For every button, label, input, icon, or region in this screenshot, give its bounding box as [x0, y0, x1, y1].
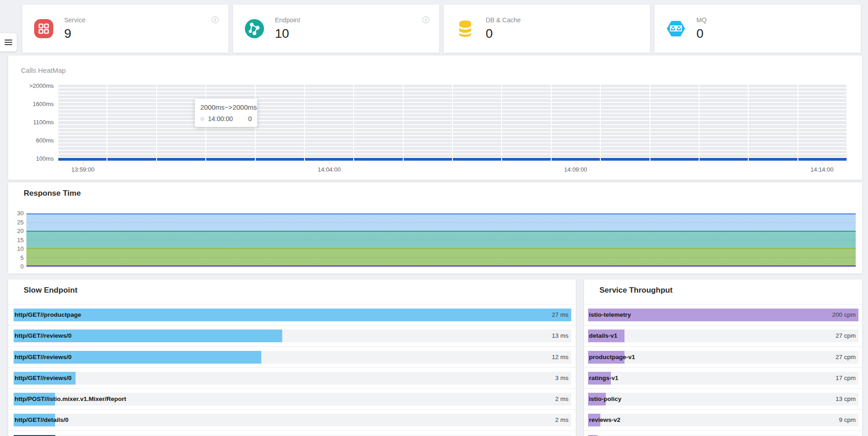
bar-row[interactable]: reviews-v29 cpm [584, 410, 862, 431]
heatmap-cell [305, 154, 353, 157]
heatmap-cell [700, 132, 748, 135]
heatmap-cell [58, 121, 107, 124]
heatmap-cell [453, 132, 501, 135]
heatmap-cell [107, 96, 156, 98]
heatmap-cell [650, 99, 699, 102]
heatmap-cell [453, 114, 501, 117]
heatmap-cell [305, 129, 353, 132]
heatmap-cell [256, 132, 304, 135]
heatmap-cell [749, 117, 797, 120]
heatmap-cell [601, 136, 649, 139]
heatmap-cell [552, 99, 600, 102]
heatmap-cell [749, 129, 797, 132]
heatmap-cell [58, 154, 107, 157]
heatmap-cell [453, 96, 501, 98]
heatmap-cell [256, 99, 304, 102]
info-icon[interactable]: i [422, 16, 429, 23]
heatmap-cell [601, 158, 649, 161]
bar-row[interactable]: http/GET//details/02 ms [8, 410, 576, 431]
heatmap-cell [650, 158, 699, 161]
card-label: MQ [696, 16, 707, 24]
heatmap-cell [354, 129, 402, 132]
heatmap-cell [107, 140, 156, 142]
heatmap-cell [601, 143, 649, 146]
heatmap-cell [305, 121, 353, 124]
heatmap-cell [453, 125, 501, 128]
heatmap-cell [650, 132, 699, 135]
heatmap-cell [453, 92, 501, 95]
heatmap-cell [404, 151, 452, 153]
card-mq: MQ 0 [655, 5, 861, 53]
bar-row[interactable]: http/GET//productpage27 ms [8, 304, 576, 325]
bar-row[interactable]: http/GET//reviews/013 ms [8, 325, 576, 346]
heatmap-cell [404, 103, 452, 106]
heatmap-cell [305, 158, 353, 161]
heatmap-y-tick-label: 100ms [13, 155, 54, 162]
heatmap-title: Calls HeatMap [21, 66, 66, 74]
heatmap-cell [502, 117, 550, 120]
bar-value: 2 ms [555, 414, 569, 426]
response-time-band [26, 231, 856, 248]
sidebar-toggle-button[interactable] [0, 33, 17, 51]
response-time-y-tick-label: 5 [10, 255, 24, 261]
heatmap-cell [107, 114, 156, 117]
heatmap-cell [601, 117, 649, 120]
heatmap-cell [650, 103, 699, 106]
heatmap-cell [502, 151, 550, 153]
heatmap-cell [305, 96, 353, 98]
bar-value: 27 ms [552, 309, 569, 321]
heatmap-cell [453, 103, 501, 106]
heatmap-cell [502, 103, 550, 106]
heatmap-cell [749, 132, 797, 135]
heatmap-cell [404, 85, 452, 87]
heatmap-cell [107, 103, 156, 106]
heatmap-cell [502, 106, 550, 109]
heatmap-cell [256, 85, 304, 87]
heatmap-cell [354, 88, 402, 91]
heatmap-cell [107, 154, 156, 157]
heatmap-cell [453, 154, 501, 157]
info-icon[interactable]: i [212, 16, 218, 23]
heatmap-cell [453, 85, 501, 87]
metric-cards-row: Service 9 i Endpoint 10 i [22, 5, 861, 53]
heatmap-cell [157, 140, 205, 142]
bar-value: 3 ms [555, 372, 569, 385]
heatmap-cell [354, 92, 402, 95]
service-throughput-title: Service Throughput [599, 286, 673, 295]
heatmap-cell [58, 103, 107, 106]
heatmap-cell [502, 88, 550, 91]
heatmap-cell [157, 129, 205, 132]
heatmap-cell [749, 114, 797, 117]
heatmap-cell [502, 114, 550, 117]
heatmap-cell [700, 103, 748, 106]
heatmap-cell [749, 147, 797, 150]
heatmap-cell [58, 147, 107, 150]
bar-row[interactable]: ratings-v117 cpm [584, 368, 862, 389]
heatmap-cell [157, 132, 205, 135]
heatmap-cell [749, 154, 797, 157]
heatmap-cell [157, 96, 205, 98]
heatmap-cell [502, 154, 550, 157]
bar-row[interactable]: http/GET//reviews/012 ms [8, 347, 576, 368]
bar-row[interactable]: http/POST//istio.mixer.v1.Mixer/Report2 … [8, 389, 576, 410]
heatmap-cell [453, 143, 501, 146]
bar-row[interactable]: istio-telemetry200 cpm [584, 304, 862, 325]
bar-label: http/POST//istio.mixer.v1.Mixer/Report [15, 393, 126, 406]
heatmap-grid[interactable] [58, 85, 847, 161]
bar-row[interactable]: productpage-v127 cpm [584, 347, 862, 368]
heatmap-cell [354, 147, 402, 150]
heatmap-cell [256, 125, 304, 128]
heatmap-x-tick-label: 13:59:00 [62, 166, 103, 173]
bar-row[interactable]: istio-policy13 cpm [584, 389, 862, 410]
bar-row[interactable]: details-v127 cpm [584, 325, 862, 346]
tooltip-title: 2000ms~>2000ms [200, 103, 252, 111]
heatmap-cell [404, 147, 452, 150]
response-time-chart[interactable] [26, 213, 856, 267]
heatmap-cell [601, 154, 649, 157]
heatmap-cell [552, 110, 600, 113]
heatmap-cell [502, 143, 550, 146]
bar-row[interactable]: http/GET//reviews/03 ms [8, 368, 576, 389]
heatmap-cell [256, 92, 304, 95]
heatmap-cell [256, 158, 304, 161]
heatmap-cell [354, 85, 402, 87]
